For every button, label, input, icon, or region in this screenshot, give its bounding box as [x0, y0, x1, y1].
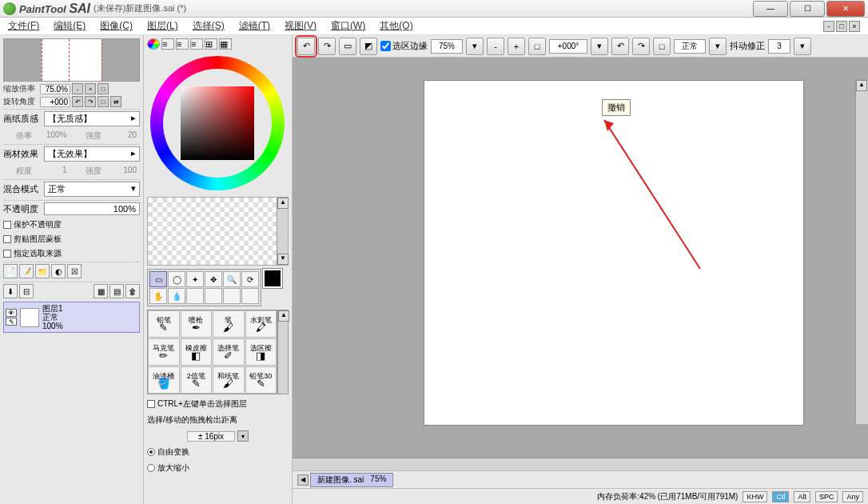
- gray-slider-button[interactable]: ≡: [190, 38, 203, 50]
- vertical-scrollbar[interactable]: ▲: [855, 80, 868, 424]
- magic-wand-tool[interactable]: ✦: [186, 271, 204, 287]
- undo-button[interactable]: ↶: [297, 38, 315, 55]
- layer-mask-button[interactable]: ◐: [51, 264, 66, 278]
- brush-binary[interactable]: 2值笔✎: [181, 366, 213, 394]
- paper-texture-select[interactable]: 【无质感】▸: [44, 111, 140, 126]
- delete-layer-button[interactable]: 🗑: [125, 284, 140, 298]
- transfer-down-button[interactable]: ⬇: [3, 284, 18, 298]
- brush-brush[interactable]: 笔🖌: [213, 310, 245, 338]
- brush-bucket[interactable]: 油漆桶🪣: [148, 366, 180, 394]
- document-tab[interactable]: 新建图像. sai 75%: [310, 473, 393, 487]
- eyedropper-tool[interactable]: 💧: [168, 288, 185, 304]
- canvas[interactable]: [424, 80, 804, 426]
- rotate-value[interactable]: +000: [40, 97, 70, 107]
- color-wheel[interactable]: [147, 53, 288, 194]
- zoom-value[interactable]: 75.0%: [40, 84, 70, 94]
- brush-marker[interactable]: 马克笔✏: [148, 338, 180, 366]
- brush-airbrush[interactable]: 喷枪✒: [181, 310, 213, 338]
- foreground-color[interactable]: [263, 269, 282, 288]
- deselect-button[interactable]: ▭: [339, 38, 356, 55]
- mode-menu-button[interactable]: ▾: [709, 38, 727, 55]
- swatch-grid-button[interactable]: ⊞: [205, 38, 217, 50]
- menu-file[interactable]: 文件(F): [8, 19, 39, 33]
- scratchpad-button[interactable]: ▦: [219, 38, 232, 50]
- sel-edge-checkbox[interactable]: [380, 41, 391, 51]
- new-folder-button[interactable]: 📁: [35, 264, 50, 278]
- hand-tool[interactable]: ✋: [149, 288, 167, 304]
- minimize-button[interactable]: —: [753, 1, 788, 17]
- rgb-slider-button[interactable]: ≡: [161, 38, 174, 50]
- selection-source-checkbox[interactable]: [3, 250, 11, 258]
- opacity-value[interactable]: 100%: [44, 202, 140, 215]
- angle-menu-button[interactable]: ▾: [591, 38, 608, 55]
- zoom-menu-button[interactable]: ▾: [466, 38, 484, 55]
- navigator[interactable]: [3, 38, 140, 82]
- toolbar-angle-input[interactable]: [549, 39, 587, 54]
- ctrl-click-checkbox[interactable]: [147, 400, 155, 408]
- protect-opacity-checkbox[interactable]: [3, 221, 11, 229]
- tb-zoom-fit[interactable]: □: [528, 38, 546, 55]
- canvas-area[interactable]: ▲: [293, 58, 868, 458]
- stabilizer-input[interactable]: [768, 39, 790, 54]
- brush-pencil[interactable]: 铅笔✎: [148, 310, 180, 338]
- scale-only-radio[interactable]: [147, 464, 155, 472]
- flip-button[interactable]: ⇄: [110, 96, 121, 107]
- stabilizer-menu-button[interactable]: ▾: [794, 38, 811, 55]
- blend-mode-select[interactable]: 正常▾: [44, 182, 140, 197]
- drag-threshold-value[interactable]: ± 16pix: [187, 431, 235, 442]
- hsv-slider-button[interactable]: ≡: [176, 38, 189, 50]
- new-linework-button[interactable]: 📝: [19, 264, 34, 278]
- sub-close-button[interactable]: ×: [849, 21, 860, 32]
- invert-sel-button[interactable]: ◩: [360, 38, 377, 55]
- sub-minimize-button[interactable]: -: [823, 21, 834, 32]
- menu-edit[interactable]: 编辑(E): [54, 19, 86, 33]
- layer-edit-icon[interactable]: ✎: [6, 318, 17, 326]
- layer-item[interactable]: 👁 ✎ 图层1 正常 100%: [3, 302, 140, 333]
- drag-menu-button[interactable]: ▾: [237, 430, 249, 442]
- rect-select-tool[interactable]: ▭: [149, 271, 167, 287]
- tb-zoom-out[interactable]: -: [487, 38, 504, 55]
- zoom-reset-button[interactable]: □: [98, 83, 109, 94]
- swatch-area[interactable]: ▲ ▼: [147, 197, 289, 266]
- close-button[interactable]: ✕: [826, 1, 865, 17]
- swatch-scroll-down[interactable]: ▼: [277, 254, 289, 265]
- merge-visible-button[interactable]: ▦: [94, 284, 108, 298]
- menu-filter[interactable]: 滤镜(T): [239, 19, 270, 33]
- brush-washi[interactable]: 和纸笔🖌: [213, 366, 245, 394]
- menu-image[interactable]: 图像(C): [100, 19, 133, 33]
- swatch-scroll-up[interactable]: ▲: [277, 198, 289, 209]
- merge-down-button[interactable]: ⊟: [19, 284, 34, 298]
- zoom-in-button[interactable]: +: [85, 83, 96, 94]
- rotate-tool[interactable]: ⟳: [241, 271, 259, 287]
- maximize-button[interactable]: ☐: [790, 1, 825, 17]
- zoom-tool[interactable]: 🔍: [223, 271, 241, 287]
- menu-view[interactable]: 视图(V): [285, 19, 317, 33]
- flatten-button[interactable]: ▤: [109, 284, 124, 298]
- material-effect-select[interactable]: 【无效果】▸: [44, 146, 140, 162]
- toolbar-zoom-input[interactable]: [431, 39, 463, 54]
- free-transform-radio[interactable]: [147, 448, 155, 456]
- tb-zoom-in[interactable]: +: [508, 38, 525, 55]
- move-tool[interactable]: ✥: [205, 271, 222, 287]
- tb-rotate-reset[interactable]: □: [653, 38, 671, 55]
- brush-eraser[interactable]: 橡皮擦◧: [181, 338, 213, 366]
- clear-layer-button[interactable]: ☒: [67, 264, 82, 278]
- color-wheel-mode-button[interactable]: [147, 38, 160, 50]
- tb-rotate-cw[interactable]: ↷: [632, 38, 650, 55]
- menu-layer[interactable]: 图层(L): [147, 19, 178, 33]
- sub-maximize-button[interactable]: □: [836, 21, 847, 32]
- menu-select[interactable]: 选择(S): [193, 19, 225, 33]
- zoom-out-button[interactable]: -: [72, 83, 83, 94]
- new-layer-button[interactable]: 📄: [3, 264, 18, 278]
- menu-window[interactable]: 窗口(W): [331, 19, 365, 33]
- brush-scroll-up[interactable]: ▲: [278, 310, 289, 322]
- brush-select-pen[interactable]: 选择笔✐: [213, 338, 245, 366]
- brush-select-eraser[interactable]: 选区擦◨: [245, 338, 277, 366]
- redo-button[interactable]: ↷: [318, 38, 336, 55]
- sv-picker[interactable]: [181, 86, 254, 160]
- menu-other[interactable]: 其他(O): [380, 19, 412, 33]
- rotate-cw-button[interactable]: ↷: [85, 96, 96, 107]
- brush-watercolor[interactable]: 水彩笔🖍: [245, 310, 277, 338]
- rotate-ccw-button[interactable]: ↶: [72, 96, 83, 107]
- layer-visibility-icon[interactable]: 👁: [6, 309, 17, 317]
